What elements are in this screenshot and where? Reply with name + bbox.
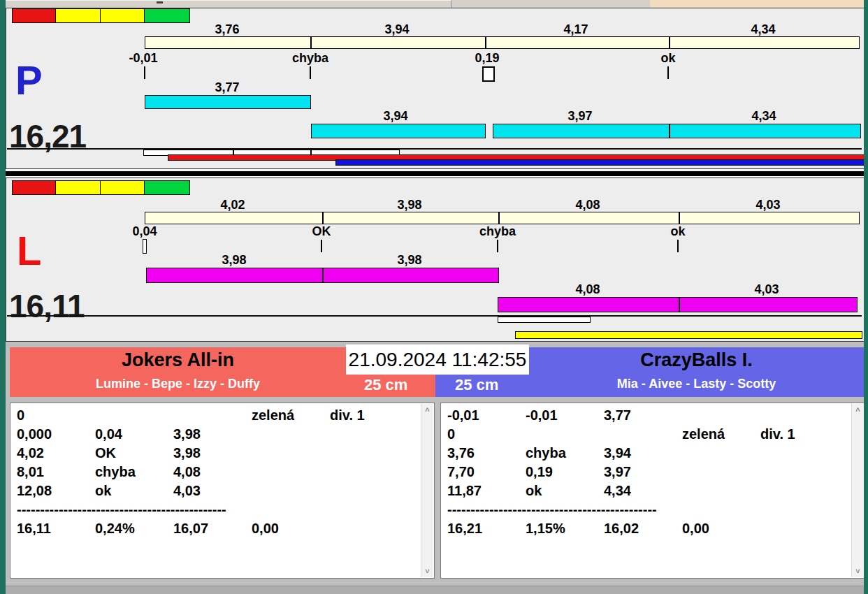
score-row: 7,700,193,97 bbox=[447, 463, 849, 481]
ruler-label: 3,98 bbox=[397, 198, 421, 211]
score-cell bbox=[760, 444, 839, 463]
scroll-down-icon[interactable]: ˅ bbox=[421, 565, 433, 577]
top-beige-strip bbox=[650, 0, 864, 8]
score-cell bbox=[682, 463, 760, 481]
mark-tick bbox=[667, 66, 669, 79]
status-square-yellow bbox=[55, 180, 101, 195]
score-cell bbox=[95, 500, 173, 519]
score-cell: 12,08 bbox=[17, 481, 95, 500]
score-cell bbox=[330, 425, 408, 444]
scrollbar[interactable]: ˄ ˅ bbox=[851, 404, 864, 577]
score-cell: -0,01 bbox=[447, 406, 526, 425]
score-cell: 16,02 bbox=[604, 519, 682, 538]
status-square-yellow bbox=[100, 180, 145, 195]
score-cell: div. 1 bbox=[760, 425, 839, 444]
score-cell bbox=[682, 481, 760, 500]
grip-mark bbox=[157, 1, 163, 3]
window-bottom-strip bbox=[6, 586, 864, 594]
score-cell bbox=[682, 444, 760, 463]
panel-l bbox=[6, 178, 865, 342]
panel-l-total: 16,11 bbox=[9, 290, 85, 322]
score-cell bbox=[760, 463, 839, 481]
score-cell bbox=[604, 500, 682, 519]
panel-l-letter: L bbox=[17, 231, 41, 271]
score-cell bbox=[604, 425, 682, 444]
score-row: 0zelenádiv. 1 bbox=[17, 406, 419, 425]
score-cell: 16,07 bbox=[173, 519, 252, 538]
score-cell: ok bbox=[95, 481, 173, 500]
score-rows: 0zelenádiv. 10,0000,043,984,02OK3,988,01… bbox=[17, 406, 419, 538]
score-cell: chyba bbox=[95, 463, 173, 481]
score-cell: 3,97 bbox=[604, 463, 682, 481]
score-cell: 4,08 bbox=[173, 463, 252, 481]
score-cell: 16,21 bbox=[447, 519, 526, 538]
status-square-yellow bbox=[55, 8, 101, 23]
team-right-players: Mia - Aivee - Lasty - Scotty bbox=[529, 377, 864, 391]
ruler-bar bbox=[145, 212, 860, 224]
mark-tick bbox=[497, 240, 498, 252]
score-cell: 0,000 bbox=[17, 425, 95, 444]
score-cell: 0,00 bbox=[252, 519, 330, 538]
score-cell: zelená bbox=[252, 406, 330, 425]
ruler-label: 4,17 bbox=[563, 23, 588, 36]
progress-track bbox=[498, 317, 591, 323]
bar-label: 4,08 bbox=[575, 283, 600, 296]
measure-bar-magenta bbox=[498, 297, 858, 312]
top-strip-segment bbox=[131, 0, 172, 8]
score-cell bbox=[330, 444, 408, 463]
score-cell bbox=[252, 463, 330, 481]
score-cell bbox=[760, 500, 839, 519]
score-cell: 0,24% bbox=[95, 519, 173, 538]
score-cell bbox=[682, 406, 760, 425]
score-row: 8,01chyba4,08 bbox=[17, 463, 419, 481]
measurement-app-window: P 16,21 3,76 3,94 4,17 4,34 -0,01 chyba … bbox=[0, 0, 868, 594]
ruler-label: 4,02 bbox=[220, 198, 245, 211]
score-cell: 0,19 bbox=[526, 463, 604, 481]
scrollbar[interactable]: ˄ ˅ bbox=[421, 404, 433, 577]
score-row: ----------------------------------------… bbox=[17, 500, 419, 519]
score-cell: 1,15% bbox=[526, 519, 604, 538]
score-cell: 3,94 bbox=[604, 444, 682, 463]
bar-label: 4,03 bbox=[754, 283, 779, 296]
bar-label: 3,77 bbox=[215, 81, 239, 94]
progress-bar-yellow bbox=[515, 331, 862, 339]
window-frame-right bbox=[864, 0, 868, 594]
score-cell: 3,98 bbox=[173, 425, 252, 444]
score-cell bbox=[252, 500, 330, 519]
score-box-left[interactable]: 0zelenádiv. 10,0000,043,984,02OK3,988,01… bbox=[10, 403, 435, 579]
mark-label: chyba bbox=[479, 225, 516, 238]
score-row: 0,0000,043,98 bbox=[17, 425, 419, 444]
score-row: 11,87ok4,34 bbox=[447, 481, 849, 500]
score-rows: -0,01-0,013,770zelenádiv. 13,76chyba3,94… bbox=[447, 406, 849, 538]
score-cell bbox=[760, 519, 839, 538]
score-cell: -0,01 bbox=[526, 406, 604, 425]
score-cell: zelená bbox=[682, 425, 760, 444]
score-cell: div. 1 bbox=[330, 406, 408, 425]
bar-label: 3,97 bbox=[567, 110, 592, 122]
scroll-up-icon[interactable]: ˄ bbox=[852, 404, 864, 416]
mark-box bbox=[482, 66, 495, 82]
measure-bar-cyan bbox=[311, 124, 486, 138]
team-right-distance: 25 cm bbox=[455, 376, 498, 394]
ruler-label: 4,03 bbox=[755, 198, 780, 211]
ruler-label: 3,94 bbox=[384, 23, 409, 36]
score-cell: 0,04 bbox=[95, 425, 173, 444]
measure-bar-magenta bbox=[146, 268, 499, 283]
scroll-up-icon[interactable]: ˄ bbox=[421, 404, 433, 416]
score-cell: 3,76 bbox=[447, 444, 526, 463]
top-strip-segment bbox=[6, 0, 68, 8]
score-cell: 0 bbox=[447, 425, 526, 444]
scroll-down-icon[interactable]: ˅ bbox=[852, 565, 864, 577]
mark-tick bbox=[677, 240, 679, 252]
score-row: 3,76chyba3,94 bbox=[447, 444, 849, 463]
score-cell bbox=[330, 481, 408, 500]
score-cell: 4,34 bbox=[604, 481, 682, 500]
score-row: 16,211,15%16,020,00 bbox=[447, 519, 849, 538]
score-cell bbox=[252, 481, 330, 500]
status-square-green bbox=[144, 180, 190, 195]
bar-label: 4,34 bbox=[751, 110, 776, 122]
score-box-right[interactable]: -0,01-0,013,770zelenádiv. 13,76chyba3,94… bbox=[440, 403, 865, 579]
score-cell bbox=[173, 500, 252, 519]
mark-label: ok bbox=[660, 52, 675, 64]
score-row: 16,110,24%16,070,00 bbox=[17, 519, 419, 538]
